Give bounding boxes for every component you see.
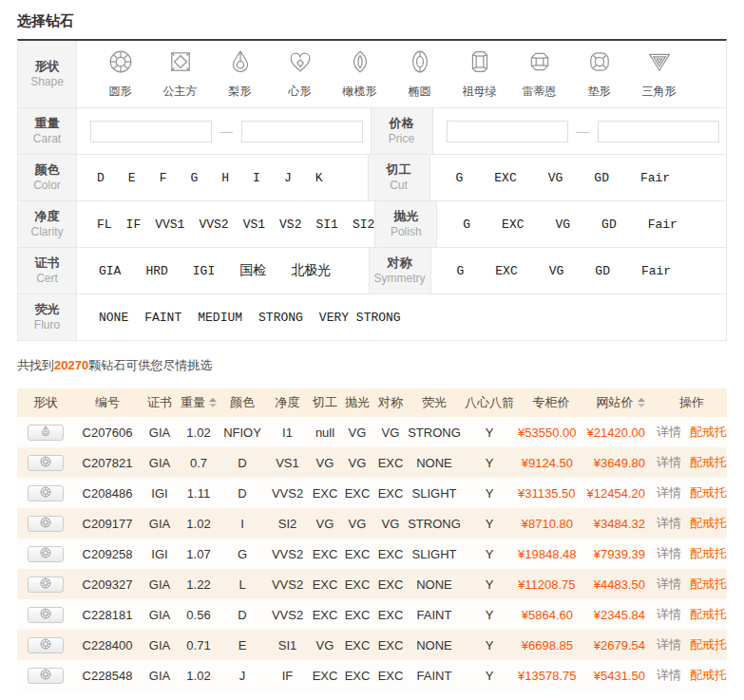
detail-link[interactable]: 详情 [657, 668, 681, 682]
cut-option-fair[interactable]: Fair [640, 171, 670, 185]
ring-mount-link[interactable]: 配戒托 [690, 516, 727, 530]
counter-price: ¥13578.75 [518, 669, 576, 683]
cert-option-hrd[interactable]: HRD [145, 264, 167, 278]
detail-link[interactable]: 详情 [657, 516, 681, 530]
cell-symmetry: VG [373, 417, 408, 447]
polish-option-fair[interactable]: Fair [648, 218, 677, 232]
cut-option-vg[interactable]: VG [548, 171, 563, 185]
fluro-option-very-strong[interactable]: VERY STRONG [319, 311, 401, 325]
cell-cert: GIA [141, 599, 179, 630]
polish-option-exc[interactable]: EXC [502, 218, 524, 232]
shape-option-trillion[interactable]: 三角形 [629, 49, 689, 100]
color-option-d[interactable]: D [97, 171, 105, 185]
symmetry-option-g[interactable]: G [457, 264, 465, 278]
clarity-option-vs1[interactable]: VS1 [243, 218, 265, 232]
column-header-site_price[interactable]: 网站价 [584, 388, 657, 417]
detail-link[interactable]: 详情 [657, 546, 681, 560]
clarity-option-vs2[interactable]: VS2 [279, 218, 301, 232]
shape-option-heart[interactable]: 心形 [270, 49, 330, 100]
row-shape-button[interactable] [28, 668, 64, 684]
detail-link[interactable]: 详情 [657, 485, 681, 500]
column-header-carat[interactable]: 重量 [179, 388, 219, 417]
row-shape-button[interactable] [28, 425, 64, 441]
color-option-k[interactable]: K [315, 171, 323, 185]
symmetry-option-fair[interactable]: Fair [641, 264, 671, 278]
row-shape-button[interactable] [28, 516, 64, 532]
polish-option-vg[interactable]: VG [556, 218, 571, 232]
carat-min-input[interactable] [90, 121, 212, 142]
detail-link[interactable]: 详情 [657, 455, 681, 469]
cell-symmetry: EXC [373, 599, 408, 630]
cut-option-exc[interactable]: EXC [494, 171, 516, 185]
row-shape-button[interactable] [28, 485, 64, 501]
shape-option-label: 心形 [270, 84, 330, 100]
cell-polish: EXC [341, 569, 373, 599]
cell-polish: EXC [341, 599, 373, 630]
clarity-option-fl[interactable]: FL [97, 218, 112, 232]
color-option-i[interactable]: I [253, 171, 260, 185]
polish-option-g[interactable]: G [463, 218, 470, 232]
row-shape-button[interactable] [28, 637, 64, 653]
cert-option-igi[interactable]: IGI [193, 264, 215, 278]
filter-label-fluro-en: Fluro [34, 318, 60, 333]
ring-mount-link[interactable]: 配戒托 [690, 425, 727, 439]
color-option-e[interactable]: E [128, 171, 136, 185]
shape-option-round[interactable]: 圆形 [90, 49, 150, 100]
symmetry-option-vg[interactable]: VG [549, 264, 564, 278]
fluro-option-medium[interactable]: MEDIUM [198, 311, 242, 325]
ring-mount-link[interactable]: 配戒托 [690, 577, 727, 591]
round-icon [40, 638, 51, 653]
carat-max-input[interactable] [241, 121, 363, 142]
clarity-option-if[interactable]: IF [126, 218, 142, 232]
fluro-option-none[interactable]: NONE [99, 311, 128, 325]
detail-link[interactable]: 详情 [657, 607, 681, 621]
ring-mount-link[interactable]: 配戒托 [690, 607, 727, 621]
shape-option-cushion[interactable]: 垫形 [569, 49, 629, 100]
site-price: ¥2679.54 [594, 638, 645, 653]
round-icon [40, 456, 51, 470]
cert-option-北极光[interactable]: 北极光 [291, 262, 331, 279]
color-option-f[interactable]: F [160, 171, 167, 185]
symmetry-option-gd[interactable]: GD [595, 264, 610, 278]
row-shape-button[interactable] [28, 577, 64, 593]
color-option-j[interactable]: J [284, 171, 292, 185]
symmetry-option-exc[interactable]: EXC [495, 264, 517, 278]
cell-color: G [219, 539, 266, 569]
cut-option-g[interactable]: G [456, 171, 464, 185]
ring-mount-link[interactable]: 配戒托 [690, 485, 727, 500]
shape-option-radiant[interactable]: 雷蒂恩 [509, 49, 569, 100]
color-option-h[interactable]: H [221, 171, 229, 185]
cut-option-gd[interactable]: GD [594, 171, 609, 185]
shape-option-princess[interactable]: 公主方 [150, 49, 210, 100]
row-shape-button[interactable] [28, 455, 64, 471]
cert-option-国检[interactable]: 国检 [239, 262, 266, 279]
clarity-option-vvs1[interactable]: VVS1 [155, 218, 184, 232]
clarity-option-vvs2[interactable]: VVS2 [199, 218, 228, 232]
sort-icon[interactable] [209, 398, 217, 407]
shape-option-emerald[interactable]: 祖母绿 [449, 49, 509, 100]
detail-link[interactable]: 详情 [657, 637, 681, 652]
column-header-actions: 操作 [657, 388, 727, 417]
detail-link[interactable]: 详情 [657, 577, 681, 591]
shape-option-pear[interactable]: 梨形 [210, 49, 270, 100]
cert-option-gia[interactable]: GIA [99, 264, 121, 278]
fluro-option-strong[interactable]: STRONG [258, 311, 303, 325]
shape-option-marquise[interactable]: 橄榄形 [330, 49, 390, 100]
ring-mount-link[interactable]: 配戒托 [690, 455, 727, 469]
sort-icon[interactable] [638, 398, 645, 407]
color-option-g[interactable]: G [190, 171, 198, 185]
polish-option-gd[interactable]: GD [601, 218, 617, 232]
price-min-input[interactable] [447, 121, 568, 142]
ring-mount-link[interactable]: 配戒托 [690, 637, 727, 652]
clarity-option-si1[interactable]: SI1 [315, 218, 337, 232]
row-shape-button[interactable] [28, 546, 64, 562]
fluro-option-faint[interactable]: FAINT [144, 311, 181, 325]
row-shape-button[interactable] [28, 607, 64, 623]
ring-mount-link[interactable]: 配戒托 [690, 546, 727, 560]
clarity-option-si2[interactable]: SI2 [353, 218, 374, 232]
shape-option-oval[interactable]: 椭圆 [390, 49, 449, 100]
ring-mount-link[interactable]: 配戒托 [690, 668, 727, 682]
detail-link[interactable]: 详情 [657, 425, 681, 439]
cell-carat: 0.56 [179, 599, 219, 630]
price-max-input[interactable] [598, 121, 719, 142]
